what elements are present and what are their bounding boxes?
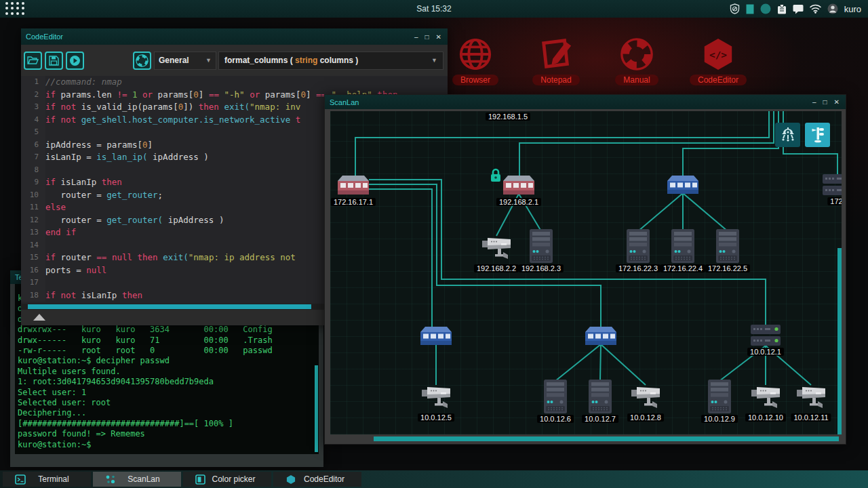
device-camera[interactable] (750, 384, 781, 413)
device-label: 10.0.12.6 (537, 415, 574, 423)
taskbar-item-label: Color picker (205, 474, 262, 484)
device-rack[interactable] (751, 325, 781, 349)
map-hscrollbar[interactable] (374, 436, 839, 441)
avatar-icon[interactable] (827, 3, 838, 14)
device-label: 192.168.1.5 (486, 113, 530, 121)
terminal-line: 1: root:3d041794653d9041395780bedd7b9eda (18, 377, 319, 387)
device-server[interactable] (544, 380, 567, 416)
manual-icon (596, 37, 677, 72)
minimize-button[interactable]: – (414, 33, 418, 41)
chevron-down-icon: ▼ (205, 57, 212, 64)
desktop-icon-notepad[interactable]: Notepad (515, 37, 597, 85)
server-icon (627, 229, 650, 263)
close-button[interactable]: ✕ (834, 98, 840, 106)
run-button[interactable] (66, 52, 84, 70)
scan-bot-button[interactable] (775, 123, 800, 147)
desktop-icon-codeeditor[interactable]: </>CodeEditor (677, 37, 759, 85)
language-value: General (159, 56, 189, 65)
language-dropdown[interactable]: General ▼ (154, 52, 216, 70)
code-editor-toolbar: General ▼ format_columns ( string column… (21, 45, 448, 76)
chat-icon[interactable] (793, 4, 804, 14)
maximize-button[interactable]: □ (425, 33, 429, 41)
clipboard-icon[interactable] (777, 4, 787, 14)
device-server[interactable] (671, 229, 694, 266)
device-camera[interactable] (795, 384, 827, 413)
device-switch[interactable] (585, 327, 616, 348)
camera-icon (750, 384, 781, 411)
status-circle-icon[interactable] (760, 3, 771, 14)
device-switch[interactable] (420, 327, 452, 348)
line-number: 10 (21, 189, 45, 202)
map-vscrollbar[interactable] (837, 248, 842, 434)
device-router[interactable] (338, 176, 369, 199)
line-number: 3 (21, 101, 45, 114)
maximize-button[interactable]: □ (823, 98, 827, 106)
device-rack[interactable] (823, 174, 842, 199)
wifi-icon[interactable] (810, 4, 821, 14)
device-server[interactable] (716, 229, 739, 266)
username[interactable]: kuro (844, 4, 861, 14)
close-button[interactable]: ✕ (436, 33, 441, 41)
camera-icon (630, 384, 661, 411)
taskbar-item-terminal[interactable]: Terminal (3, 472, 91, 487)
line-number: 14 (21, 239, 45, 252)
line-number: 18 (21, 289, 45, 302)
help-button[interactable] (133, 52, 151, 70)
device-lock[interactable] (490, 168, 502, 185)
scanlan-title: ScanLan (325, 98, 359, 106)
lifesaver-icon (136, 54, 149, 67)
desktop-icon-manual[interactable]: Manual (596, 37, 677, 85)
open-file-button[interactable] (24, 52, 42, 70)
device-camera[interactable] (481, 235, 512, 264)
scanlan-icon (105, 474, 116, 485)
app-grid-icon[interactable] (5, 2, 26, 16)
device-camera[interactable] (420, 384, 452, 413)
globe-icon (457, 37, 494, 72)
open-folder-icon (28, 57, 38, 64)
device-router[interactable] (503, 176, 534, 199)
line-number: 8 (21, 164, 45, 177)
device-label: 192.168.2.3 (519, 264, 564, 272)
notepad-icon (515, 37, 597, 72)
map-view-button[interactable] (805, 123, 830, 147)
device-label: 10.0.12.9 (701, 415, 738, 423)
taskbar-item-label: Terminal (26, 474, 81, 484)
device-label: 10.0.12.5 (418, 413, 454, 422)
terminal-icon (15, 474, 26, 485)
line-number: 13 (21, 226, 45, 239)
desktop: { "window_controls": { "minimize": "–", … (0, 0, 868, 488)
scroll-up-arrow-icon[interactable] (33, 314, 45, 321)
code-editor-titlebar[interactable]: CodeEditor –□✕ (21, 28, 448, 45)
device-label: 10.0.12.7 (582, 415, 618, 423)
scanlan-titlebar[interactable]: ScanLan –□✕ (325, 95, 846, 109)
device-switch[interactable] (667, 176, 698, 197)
codeeditor-icon: </> (677, 37, 759, 72)
device-label: 172.16.22.4 (660, 264, 705, 272)
code-hscrollbar-thumb[interactable] (28, 304, 311, 309)
battery-icon[interactable] (746, 4, 754, 14)
shield-icon[interactable] (730, 3, 740, 14)
device-camera[interactable] (630, 384, 661, 413)
network-map[interactable]: 172.16.17.1192.168.2.1192.168.2.2192.168… (330, 111, 842, 434)
taskbar-item-colorpicker[interactable]: Color picker (183, 472, 271, 487)
terminal-scrollbar[interactable] (315, 365, 318, 452)
terminal-line: drwxrwx--- kuro kuro 3634 00:00 Config (18, 325, 319, 335)
clock: Sat 15:32 (416, 4, 451, 14)
device-server[interactable] (530, 229, 553, 266)
terminal-icon (15, 474, 26, 485)
line-number: 6 (21, 139, 45, 152)
desktop-icon-label: CodeEditor (690, 75, 747, 85)
robot-icon (780, 127, 796, 143)
taskbar-item-codeeditor[interactable]: CodeEditor (273, 472, 361, 487)
device-server[interactable] (708, 380, 731, 416)
device-server[interactable] (589, 380, 612, 416)
window-controls: –□✕ (812, 98, 846, 106)
device-server[interactable] (627, 229, 650, 266)
code-line: 1//command: nmap (21, 76, 448, 89)
minimize-button[interactable]: – (812, 98, 816, 106)
taskbar-item-label: CodeEditor (296, 474, 352, 484)
save-button[interactable] (45, 52, 63, 70)
taskbar-item-scanlan[interactable]: ScanLan (93, 472, 181, 487)
color-picker-icon (195, 474, 205, 485)
function-dropdown[interactable]: format_columns ( string columns ) ▼ (218, 52, 443, 70)
